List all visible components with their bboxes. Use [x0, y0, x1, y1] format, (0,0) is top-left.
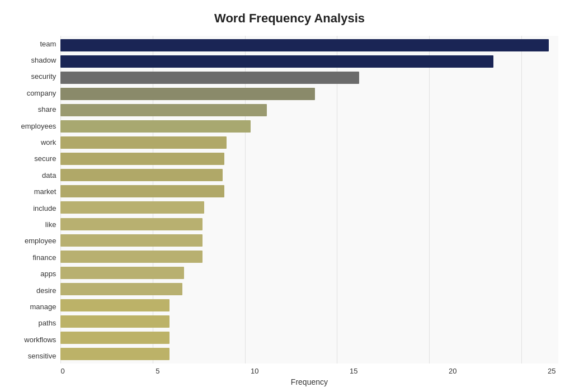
y-label: data [42, 167, 56, 183]
bar-row [60, 266, 558, 280]
bar [60, 234, 203, 247]
bar [60, 251, 203, 263]
y-label: share [38, 102, 57, 117]
bar [60, 201, 204, 214]
bar [60, 55, 493, 68]
bar-row [60, 103, 558, 117]
y-label: company [27, 85, 57, 101]
bar-row [60, 184, 558, 199]
x-tick: 0 [60, 367, 64, 375]
bar-row [60, 298, 558, 313]
bar-row [60, 119, 558, 134]
bar-row [60, 217, 558, 232]
bar-row [60, 330, 558, 345]
bar [60, 299, 169, 311]
bar [60, 315, 169, 328]
x-tick: 25 [548, 367, 556, 375]
bars-container [60, 36, 558, 363]
x-tick: 10 [251, 367, 258, 375]
bar [60, 72, 359, 84]
x-tick: 20 [449, 367, 456, 375]
y-label: finance [32, 249, 56, 265]
bar [60, 104, 267, 116]
bar [60, 348, 169, 360]
y-label: apps [40, 266, 56, 282]
bar-row [60, 233, 558, 248]
bar-row [60, 70, 558, 85]
bar-row [60, 38, 558, 53]
bar-row [60, 314, 558, 329]
bar [60, 267, 184, 279]
bar-row [60, 168, 558, 182]
y-label: workflows [24, 332, 56, 347]
y-label: desire [36, 282, 56, 298]
bar-row [60, 54, 558, 69]
y-label: sensitive [28, 348, 57, 364]
y-label: employee [25, 233, 56, 249]
x-axis-label: Frequency [60, 377, 558, 386]
y-label: paths [39, 315, 57, 331]
bar-row [60, 282, 558, 296]
bar [60, 169, 223, 181]
bar [60, 283, 182, 295]
y-label: employees [21, 118, 57, 134]
bar [60, 153, 224, 165]
bar-row [60, 135, 558, 150]
bar [60, 332, 169, 344]
y-label: secure [34, 151, 56, 167]
bar [60, 185, 224, 197]
bar [60, 39, 549, 51]
y-label: manage [30, 299, 56, 315]
bar-row [60, 249, 558, 264]
bar-row [60, 200, 558, 215]
bar [60, 88, 314, 100]
y-label: security [31, 69, 57, 84]
chart-title: Word Frequency Analysis [214, 11, 365, 26]
y-label: like [45, 216, 57, 232]
bar [60, 136, 226, 149]
y-label: market [34, 184, 57, 200]
y-axis-labels: teamshadowsecuritycompanyshareemployeesw… [21, 36, 61, 386]
bar-row [60, 347, 558, 361]
y-label: team [40, 36, 56, 51]
bar-row [60, 152, 558, 166]
bar [60, 120, 250, 133]
x-tick: 15 [350, 367, 357, 375]
x-tick: 5 [156, 367, 159, 375]
y-label: work [41, 134, 56, 150]
bar-row [60, 87, 558, 101]
y-label: include [33, 200, 56, 216]
y-label: shadow [31, 52, 57, 68]
x-axis-ticks: 0510152025 [60, 363, 558, 375]
bar [60, 218, 203, 230]
